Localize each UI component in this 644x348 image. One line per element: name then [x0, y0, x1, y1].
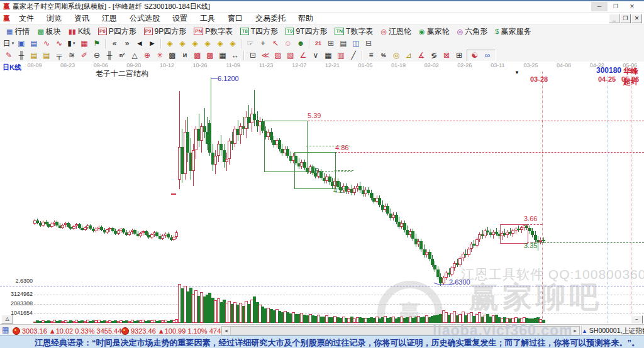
mdi-restore-button[interactable]: ❐ [620, 14, 631, 23]
period-day-selector[interactable]: 日▼ [3, 38, 15, 49]
marker-face-solid-icon[interactable]: ☻ [294, 38, 307, 49]
candle-style-selector[interactable]: ▮▼ [65, 38, 78, 49]
crosshair-tool[interactable]: + [257, 38, 269, 49]
horizontal-scrollbar[interactable]: ◄ ► [221, 326, 580, 335]
check-line-tool[interactable]: ∨ [309, 50, 322, 61]
minimize-button[interactable]: ─ [591, 2, 608, 11]
marker-face-icon[interactable]: ☺ [282, 38, 294, 49]
winner-service-button[interactable]: $赢家服务 [491, 26, 535, 37]
scrollbar-thumb[interactable] [230, 327, 571, 335]
index-status-item[interactable]: ▲ SH000001,上证指数 [581, 326, 643, 335]
wave-tool[interactable]: ≋ [65, 50, 78, 61]
gann-grid-tool[interactable]: ╫ [15, 50, 28, 61]
chart-pane[interactable]: 日K线 老子十二宫结构 300180 华峰超纤 江恩工具软件 QQ:100800… [0, 62, 644, 324]
menu-工具[interactable]: 工具 [194, 14, 221, 23]
menu-交易委托[interactable]: 交易委托 [249, 14, 292, 23]
sh-index-quote[interactable]: 3003.16 ▲10.02 0.33% 3455.44亿 [22, 327, 128, 336]
menu-浏览[interactable]: 浏览 [40, 14, 68, 23]
calendar-tool[interactable]: 21 [312, 38, 325, 49]
grid-tool-3[interactable]: ▦ [322, 50, 335, 61]
volume-collapse-button[interactable]: − [631, 315, 643, 324]
infinity-tool[interactable]: ∞ [481, 50, 494, 61]
step-line-icon[interactable]: ∿ [53, 38, 65, 49]
scroll-left-arrow[interactable]: ◄ [222, 327, 230, 335]
taiji-tool[interactable]: ☯ [469, 50, 481, 61]
fan-lines-tool[interactable]: ≪ [259, 50, 272, 61]
shade-box-2[interactable]: ▧ [284, 50, 297, 61]
draw-pen-tool[interactable]: ✎ [3, 50, 15, 61]
p-square-button[interactable]: P8P四方形 [94, 26, 140, 37]
save-tool[interactable]: ◫ [350, 38, 362, 49]
go-last-button[interactable]: » [121, 38, 133, 49]
view-report-icon[interactable]: ▤ [28, 38, 40, 49]
angle-tool-2[interactable]: ∡ [415, 50, 428, 61]
menu-设置[interactable]: 设置 [166, 14, 194, 23]
fence-tool[interactable]: ╤ [53, 50, 65, 61]
red-grid-1[interactable]: ▩ [191, 50, 204, 61]
pointer-tool[interactable]: ↖ [269, 38, 282, 49]
close-button[interactable]: ✕ [624, 2, 640, 11]
cross-box-tool[interactable]: ⊠ [440, 50, 453, 61]
angle-line-tool[interactable]: ∠ [297, 50, 309, 61]
p9-square-button[interactable]: P99P四方形 [140, 26, 190, 37]
select-box-tool[interactable]: ⊡ [247, 50, 259, 61]
p-number-table-button[interactable]: PNP数字表 [190, 26, 236, 37]
grid-style-icon[interactable]: ▦ [78, 38, 91, 49]
line-style-icon[interactable]: ∿ [40, 38, 53, 49]
quotes-button[interactable]: ▦行情 [3, 26, 33, 37]
percent-tool[interactable]: % [377, 50, 390, 61]
square-of-nine-tool[interactable]: n² [116, 50, 128, 61]
menu-公式选股[interactable]: 公式选股 [123, 14, 166, 23]
gann-diamond-3[interactable]: ◈ [189, 38, 201, 49]
grid-tool-2[interactable]: ╫ [103, 50, 116, 61]
gann-gold-grid-1[interactable]: ▤ [28, 50, 40, 61]
flag-mark-icon[interactable]: ⚑ [91, 38, 103, 49]
trend-line-tool[interactable]: ╱ [347, 50, 360, 61]
hexagon-button[interactable]: ◎六角形 [453, 26, 492, 37]
mdi-close-button[interactable]: ✕ [631, 14, 642, 23]
circle-tool[interactable]: ◎ [390, 50, 402, 61]
zigzag-tool[interactable]: И [179, 50, 191, 61]
gann-diamond-5[interactable]: ◈ [214, 38, 226, 49]
grid-tool-4[interactable]: ▥ [335, 50, 347, 61]
gann-diamond-6[interactable]: ◈ [226, 38, 239, 49]
draw-pen-2[interactable]: ✐ [78, 50, 91, 61]
kline-button[interactable]: ▮▮K线 [65, 26, 94, 37]
menu-窗口[interactable]: 窗口 [221, 14, 249, 23]
t9-square-button[interactable]: T99T四方形 [282, 26, 331, 37]
red-grid-2[interactable]: ▩ [204, 50, 216, 61]
menu-江恩[interactable]: 江恩 [96, 14, 123, 23]
levels-tool[interactable]: ≡ [365, 50, 377, 61]
view-window-icon[interactable]: ▣ [15, 38, 28, 49]
ellipse-tool[interactable]: ⊖ [91, 50, 103, 61]
go-next-button[interactable]: ► [146, 38, 158, 49]
menu-资讯[interactable]: 资讯 [68, 14, 96, 23]
volume-expand-button[interactable]: △ [1, 315, 13, 324]
sectors-button[interactable]: ▩板块 [33, 26, 64, 37]
minmax-tool[interactable]: ≶ [428, 50, 440, 61]
scroll-right-arrow[interactable]: ► [571, 327, 579, 335]
go-prev-button[interactable]: ◄ [133, 38, 146, 49]
table-tool[interactable]: ▦ [216, 50, 229, 61]
circle-cross-tool[interactable]: ⊕ [141, 50, 153, 61]
t-square-button[interactable]: T8T四方形 [236, 26, 282, 37]
star-tool[interactable]: ✳ [153, 50, 166, 61]
print-tool[interactable]: ⊟ [362, 38, 375, 49]
gann-diamond-2[interactable]: ◈ [176, 38, 189, 49]
maximize-button[interactable]: ❐ [608, 2, 624, 11]
range-tool[interactable]: ↔ [229, 50, 242, 61]
menu-帮助[interactable]: 帮助 [292, 14, 319, 23]
gann-diamond-4[interactable]: ◈ [201, 38, 214, 49]
calculator-tool[interactable]: ⊞ [325, 38, 337, 49]
box-grid-tool[interactable]: ▩ [166, 50, 179, 61]
plus-box-tool[interactable]: ⊞ [453, 50, 465, 61]
triangle-tool[interactable]: △ [128, 50, 141, 61]
t-number-table-button[interactable]: TNT数字表 [331, 26, 377, 37]
gann-wheel-button[interactable]: ◎江恩轮 [377, 26, 415, 37]
gann-diamond-1[interactable]: ◈ [164, 38, 176, 49]
go-first-button[interactable]: « [108, 38, 121, 49]
mdi-minimize-button[interactable]: _ [609, 14, 619, 23]
gann-gold-grid-2[interactable]: ▤ [40, 50, 53, 61]
wedge-tool[interactable]: ⊿ [402, 50, 415, 61]
hand-tool[interactable]: ☞ [244, 38, 257, 49]
